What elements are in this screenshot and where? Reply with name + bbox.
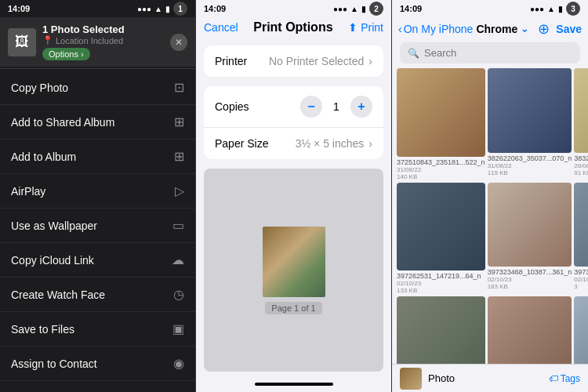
grid-filename-0: 372510843_235181...522_n [397,158,485,166]
copies-decrement[interactable]: − [300,96,322,118]
printer-label: Printer [215,55,247,67]
panel-1: 14:09 ●●● ▲ ▮ 1 🖼 1 Photo Selected 📍 Loc… [0,0,196,392]
grid-size-4: 183 KB [488,283,572,290]
panel-badge-3: 3 [566,2,580,16]
tags-button[interactable]: 🏷 Tags [549,373,580,384]
grid-cell-8[interactable]: 397943304_13508...751_n 02/10/23 3 [574,296,588,364]
save-button[interactable]: Save [556,23,582,35]
grid-cell-6[interactable]: 397539287_693691...136_n 02/10/23 3 [397,296,485,364]
header-bar-1: 🖼 1 Photo Selected 📍 Location Included O… [0,17,195,67]
header-thumbnail: 🖼 [8,28,36,56]
panel-badge-2: 2 [369,2,383,16]
grid-cell-2[interactable]: 383236136_64857...120_n 28/08/23 91 KB [574,68,588,180]
grid-cell-7[interactable]: 397887968_20849...53_n 02/10/23 3 [488,296,572,364]
menu-item-airplay[interactable]: AirPlay ▷ [0,174,195,209]
preview-image-content [263,227,325,297]
grid-date-1: 31/08/22 [488,162,572,169]
printer-section: Printer No Printer Selected › [204,45,383,77]
print-button[interactable]: ⬆ Print [348,21,383,34]
grid-image-6 [397,296,485,364]
location-name: Chrome [476,23,517,35]
printer-value: No Printer Selected › [269,55,372,67]
grid-cell-1[interactable]: 382622063_35037...070_n 31/08/22 119 KB [488,68,572,180]
grid-date-2: 28/08/23 [574,162,588,169]
panel-2: 14:09 ●●● ▲ ▮ 2 Cancel Print Options ⬆ P… [196,0,392,392]
grid-image-8 [574,296,588,364]
menu-item-label: Assign to Contact [11,358,97,370]
papersize-value: 3½ × 5 inches › [296,137,372,150]
menu-item-assign-to-contact[interactable]: Assign to Contact ◉ [0,347,195,381]
p3-bottom-bar: Photo 🏷 Tags [392,364,588,392]
close-button[interactable]: ✕ [170,34,187,51]
copies-papersize-section: Copies − 1 + Paper Size 3½ × 5 inches › [204,86,383,159]
signal-icon-2: ●●● [333,5,347,13]
cancel-button[interactable]: Cancel [204,21,238,34]
menu-item-add-to-shared-album[interactable]: Add to Shared Album ⊞ [0,105,195,140]
grid-cell-3[interactable]: 397262531_147219...64_n 02/10/23 133 KB [397,183,485,295]
grid-size-0: 140 KB [397,173,485,180]
divider-1 [0,68,195,69]
search-input[interactable] [424,47,572,59]
status-bar-1: 14:09 ●●● ▲ ▮ 1 [0,0,195,17]
menu-item-save-to-files[interactable]: Save to Files ▣ [0,312,195,347]
copies-value: 1 [328,100,344,113]
grid-cell-0[interactable]: 372510843_235181...522_n 31/08/22 140 KB [397,68,485,180]
share-icon: ⬆ [348,21,358,34]
menu-item-icon: ◉ [173,356,184,371]
menu-item-label: Create Watch Face [11,289,105,301]
copies-row: Copies − 1 + [204,86,383,128]
menu-item-copy-photo[interactable]: Copy Photo ⊡ [0,71,195,105]
printer-row[interactable]: Printer No Printer Selected › [204,45,383,77]
menu-item-icon: ⊡ [174,80,184,95]
menu-item-copy-icloud-link[interactable]: Copy iCloud Link ☁ [0,243,195,278]
search-bar[interactable]: 🔍 [400,42,580,64]
grid-image-5 [574,183,588,267]
location-icon: 📍 [42,35,53,45]
menu-item-label: Use as Wallpaper [11,220,97,232]
options-button[interactable]: Options › [42,48,90,60]
wifi-icon: ▲ [154,5,162,13]
p2-bottom-bar [196,376,391,392]
menu-item-print[interactable]: Print ⎙ [0,381,195,392]
battery-icon-2: ▮ [361,5,366,13]
status-icons-1: ●●● ▲ ▮ 1 [137,2,187,16]
time-3: 14:09 [400,4,422,13]
location-selector[interactable]: Chrome ⌄ [476,23,535,35]
papersize-label: Paper Size [215,137,268,150]
menu-item-icon: ▭ [172,218,184,233]
time-2: 14:09 [204,4,226,13]
signal-icon: ●●● [137,5,151,13]
location-chevron-icon: ⌄ [521,24,528,34]
papersize-row[interactable]: Paper Size 3½ × 5 inches › [204,128,383,159]
panel-3: 14:09 ●●● ▲ ▮ 3 ‹ On My iPhone Chrome ⌄ … [392,0,588,392]
grid-filename-4: 397323468_10387...361_n [488,268,572,276]
add-button[interactable]: ⊕ [538,20,550,38]
status-icons-2: ●●● ▲ ▮ 2 [333,2,383,16]
back-button[interactable]: ‹ On My iPhone [398,23,473,35]
battery-icon-3: ▮ [558,5,563,13]
grid-date-5: 02/10/23 [574,276,588,283]
grid-date-3: 02/10/23 [397,280,485,287]
grid-size-3: 133 KB [397,287,485,294]
header-info: 1 Photo Selected 📍 Location Included Opt… [42,24,164,60]
grid-cell-5[interactable]: 397379106_351987...08_n 02/10/23 3 [574,183,588,295]
wifi-icon-2: ▲ [350,5,358,13]
menu-item-use-as-wallpaper[interactable]: Use as Wallpaper ▭ [0,209,195,243]
bottom-label: Photo [428,372,543,384]
battery-icon: ▮ [165,5,170,13]
status-bar-2: 14:09 ●●● ▲ ▮ 2 [196,0,391,17]
grid-date-0: 31/08/22 [397,166,485,173]
time-1: 14:09 [8,4,30,13]
menu-item-create-watch-face[interactable]: Create Watch Face ◷ [0,278,195,312]
chevron-right-icon-2: › [368,137,372,150]
menu-list: Copy Photo ⊡ Add to Shared Album ⊞ Add t… [0,71,195,392]
back-chevron-icon: ‹ [398,23,402,35]
menu-item-label: Add to Album [11,151,76,163]
menu-item-icon: ▣ [172,321,184,336]
menu-item-label: Copy iCloud Link [11,254,94,267]
chevron-right-icon: › [368,55,372,67]
status-bar-3: 14:09 ●●● ▲ ▮ 3 [392,0,588,17]
copies-increment[interactable]: + [350,96,372,118]
grid-cell-4[interactable]: 397323468_10387...361_n 02/10/23 183 KB [488,183,572,295]
menu-item-add-to-album[interactable]: Add to Album ⊞ [0,140,195,174]
